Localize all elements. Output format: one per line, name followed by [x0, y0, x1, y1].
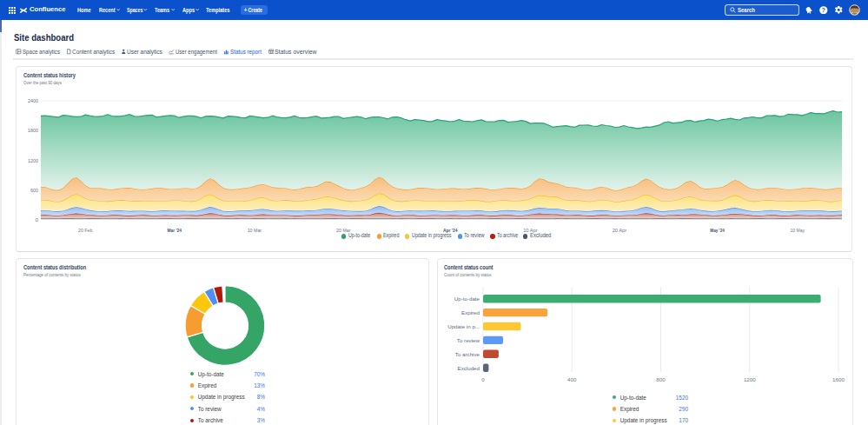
svg-text:Mar '24: Mar '24	[167, 227, 182, 233]
svg-text:0: 0	[36, 216, 39, 222]
svg-text:1800: 1800	[28, 127, 38, 133]
svg-text:600: 600	[30, 187, 38, 193]
svg-text:2400: 2400	[28, 97, 38, 103]
svg-text:?: ?	[822, 7, 825, 13]
svg-text:20 Apr: 20 Apr	[613, 227, 627, 233]
svg-text:10 May: 10 May	[791, 227, 805, 233]
svg-text:1200: 1200	[28, 157, 38, 163]
svg-text:10 Mar: 10 Mar	[248, 227, 262, 233]
svg-text:May '24: May '24	[710, 227, 725, 233]
svg-text:20 Feb: 20 Feb	[78, 227, 93, 233]
